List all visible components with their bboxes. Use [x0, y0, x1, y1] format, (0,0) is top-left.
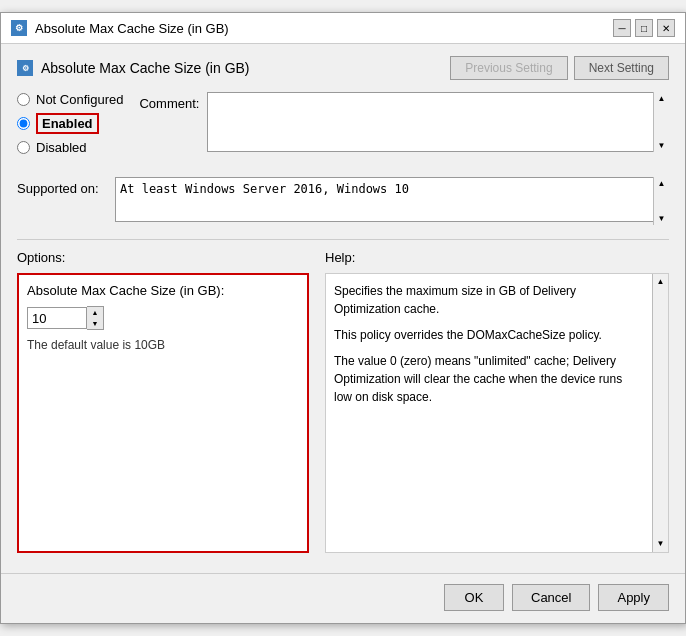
title-bar: ⚙ Absolute Max Cache Size (in GB) ─ □ ✕ [1, 13, 685, 44]
comment-textarea[interactable] [207, 92, 669, 152]
dialog-content: ⚙ Absolute Max Cache Size (in GB) Previo… [1, 44, 685, 573]
cache-size-input[interactable] [27, 307, 87, 329]
supported-label: Supported on: [17, 177, 107, 196]
default-value-text: The default value is 10GB [27, 338, 299, 352]
help-text-content: Specifies the maximum size in GB of Deli… [334, 282, 660, 406]
next-setting-button[interactable]: Next Setting [574, 56, 669, 80]
comment-input-wrapper: ▲ ▼ [207, 92, 669, 152]
close-button[interactable]: ✕ [657, 19, 675, 37]
divider [17, 239, 669, 240]
supported-textarea [115, 177, 669, 222]
options-help-columns: Options: Absolute Max Cache Size (in GB)… [17, 250, 669, 553]
radio-group: Not Configured Enabled Disabled [17, 92, 123, 155]
help-scroll-down-icon: ▼ [657, 538, 665, 550]
help-header: Help: [325, 250, 669, 267]
window-icon: ⚙ [11, 20, 27, 36]
dialog-title-icon: ⚙ [17, 60, 33, 76]
supported-value-wrapper: ▲ ▼ [115, 177, 669, 225]
main-window: ⚙ Absolute Max Cache Size (in GB) ─ □ ✕ … [0, 12, 686, 624]
dialog-title-area: ⚙ Absolute Max Cache Size (in GB) [17, 60, 250, 76]
window-title: Absolute Max Cache Size (in GB) [35, 21, 229, 36]
maximize-button[interactable]: □ [635, 19, 653, 37]
options-box: Absolute Max Cache Size (in GB): ▲ ▼ [17, 273, 309, 553]
cache-size-label: Absolute Max Cache Size (in GB): [27, 283, 299, 298]
help-column: Help: Specifies the maximum size in GB o… [317, 250, 669, 553]
comment-section: Comment: ▲ ▼ [139, 92, 669, 157]
spinner-controls: ▲ ▼ [87, 306, 104, 330]
dialog-header: ⚙ Absolute Max Cache Size (in GB) Previo… [17, 56, 669, 80]
help-para-1: Specifies the maximum size in GB of Deli… [334, 282, 642, 318]
comment-label: Comment: [139, 92, 199, 111]
help-box: Specifies the maximum size in GB of Deli… [325, 273, 669, 553]
not-configured-label: Not Configured [36, 92, 123, 107]
minimize-button[interactable]: ─ [613, 19, 631, 37]
dialog-title-text: Absolute Max Cache Size (in GB) [41, 60, 250, 76]
not-configured-radio[interactable] [17, 93, 30, 106]
enabled-radio[interactable] [17, 117, 30, 130]
help-para-3: The value 0 (zero) means "unlimited" cac… [334, 352, 642, 406]
apply-button[interactable]: Apply [598, 584, 669, 611]
disabled-label: Disabled [36, 140, 87, 155]
ok-button[interactable]: OK [444, 584, 504, 611]
nav-buttons: Previous Setting Next Setting [450, 56, 669, 80]
help-scrollbar: ▲ ▼ [652, 274, 668, 552]
enabled-label: Enabled [36, 113, 99, 134]
spinner-row: ▲ ▼ [27, 306, 299, 330]
title-bar-left: ⚙ Absolute Max Cache Size (in GB) [11, 20, 229, 36]
dialog-footer: OK Cancel Apply [1, 573, 685, 623]
disabled-row: Disabled [17, 140, 123, 155]
title-bar-controls: ─ □ ✕ [613, 19, 675, 37]
disabled-radio[interactable] [17, 141, 30, 154]
prev-setting-button[interactable]: Previous Setting [450, 56, 567, 80]
options-header: Options: [17, 250, 309, 267]
spinner-up-button[interactable]: ▲ [87, 307, 103, 318]
help-scroll-up-icon: ▲ [657, 276, 665, 288]
radio-comment-row: Not Configured Enabled Disabled Comment: [17, 92, 669, 167]
options-column: Options: Absolute Max Cache Size (in GB)… [17, 250, 317, 553]
spinner-down-button[interactable]: ▼ [87, 318, 103, 329]
supported-section: Supported on: ▲ ▼ [17, 177, 669, 225]
enabled-row: Enabled [17, 113, 123, 134]
not-configured-row: Not Configured [17, 92, 123, 107]
help-para-2: This policy overrides the DOMaxCacheSize… [334, 326, 642, 344]
cancel-button[interactable]: Cancel [512, 584, 590, 611]
